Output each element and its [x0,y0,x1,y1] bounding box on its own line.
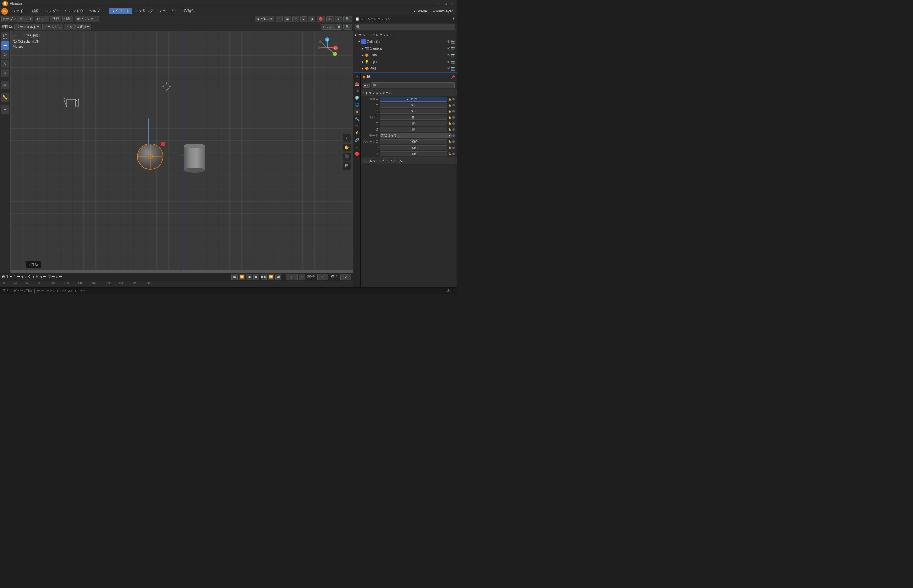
viewport-canvas[interactable]: ライト・平行投影 (1) Collection | 球 Meters [10,31,353,273]
prop-particles[interactable]: ✳ [354,123,360,129]
outliner-search-input[interactable] [361,26,406,29]
camera-visibility[interactable]: 👁 [447,47,451,50]
rot-y-lock[interactable]: 🔒 [448,122,452,125]
mode-dropdown[interactable]: XYZ オイラ... ▾ [380,133,452,138]
tool-rotate[interactable]: ↻ [1,50,10,59]
menu-file[interactable]: ファイル [10,8,29,14]
prop-modifier[interactable]: 🔧 [354,116,360,122]
collection-visibility[interactable]: 👁 [447,40,451,44]
menu-edit[interactable]: 編集 [30,8,42,14]
select-menu[interactable]: 選択 [50,16,61,22]
workspace-uv[interactable]: UV編集 [180,8,197,14]
timeline-view-menu[interactable]: ビュー [36,274,47,279]
proportional-edit[interactable]: ◉ [284,16,291,22]
light-visibility[interactable]: 👁 [447,60,451,63]
shading-material[interactable]: ◑ [308,16,315,22]
shading-solid[interactable]: ● [301,16,307,22]
scale-z-lock[interactable]: 🔒 [448,152,452,155]
workspace-sculpt[interactable]: スカルプト [156,8,179,14]
menu-render[interactable]: レンダー [43,8,62,14]
rot-x-value[interactable]: 0° [380,115,448,120]
rot-z-lock[interactable]: 🔒 [448,128,452,131]
rot-y-value[interactable]: 0° [380,121,448,126]
scale-x-lock[interactable]: 🔒 [448,140,452,143]
cylinder-render[interactable]: 📷 [451,66,455,71]
tool-measure[interactable]: 📏 [1,93,10,102]
zoom-in-icon[interactable]: + [343,134,351,142]
delta-section-header[interactable]: ▸ デルタトランスフォーム [361,157,457,164]
pos-x-value[interactable]: -6.6169 m [380,97,448,102]
tool-scale[interactable]: ⤡ [1,60,10,68]
cube-render[interactable]: 📷 [451,53,455,57]
maximize-button[interactable]: □ [444,2,448,6]
tree-light[interactable]: ▸ 💡 Light 👁 📷 [353,58,457,65]
coordsystem-selector[interactable]: ⊕ デフォルト ▾ [14,24,41,30]
start-frame[interactable]: 1 [317,274,328,280]
prop-scene[interactable]: 🌍 [354,95,360,101]
tree-collection[interactable]: ▾ Collection 👁 📷 [353,38,457,45]
object-menu[interactable]: オブジェクト [74,16,99,22]
datablock-type[interactable]: ■ ▾ [362,83,370,87]
transform-section-header[interactable]: ▾ トランスフォーム ⋮⋮ [361,89,457,96]
scale-y-value[interactable]: 1.000 [380,145,448,150]
prop-render[interactable]: 🖨 [354,74,360,80]
menu-window[interactable]: ウィンドウ [63,8,86,14]
cylinder-visibility[interactable]: 👁 [447,66,451,70]
viewlayer-selector[interactable]: ▾ ViewLayer [431,8,455,14]
search-toggle[interactable]: 🔍 [343,16,352,22]
rot-z-value[interactable]: 0° [380,127,448,132]
prop-data[interactable]: ▽ [354,144,360,150]
btn-prev-frame[interactable]: ◀ [246,274,252,280]
camera-view-icon[interactable]: 🎥 [343,153,351,160]
scale-y-lock[interactable]: 🔒 [448,146,452,149]
pos-y-value[interactable]: 0 m [380,103,448,108]
scale-x-value[interactable]: 1.000 [380,139,448,144]
tree-camera[interactable]: ▸ 📷 Camera 👁 📷 [353,45,457,52]
prop-world[interactable]: 🌐 [354,102,360,108]
light-render[interactable]: 📷 [451,60,455,64]
box-select[interactable]: ボックス選択 ▾ [64,24,91,30]
scene-selector[interactable]: ▾ Scene [411,8,429,14]
pos-z-lock[interactable]: 🔒 [448,110,452,113]
viewport-gizmo[interactable]: X Y Z [317,37,338,58]
tree-cylinder[interactable]: ▸ 🔶 円柱 👁 📷 [353,65,457,72]
transform-selector[interactable]: ⊕ グロ... ▾ [255,16,274,22]
camera-render[interactable]: 📷 [451,47,455,50]
grid-view-icon[interactable]: ⊞ [343,162,351,170]
cube-visibility[interactable]: 👁 [447,53,451,57]
current-frame[interactable]: 1 [286,274,298,280]
view-menu[interactable]: ビュー [35,16,49,22]
workspace-layout[interactable]: レイアウト [109,8,132,14]
outliner-search[interactable]: 🔍 ⫶ [355,24,455,31]
prop-output[interactable]: 📤 [354,81,360,87]
snap-icons[interactable]: □ ○ ◎ ◷ ⊕ [321,24,342,30]
tool-annotate[interactable]: ✏ [1,81,10,89]
pos-x-lock[interactable]: 🔒 [448,98,452,101]
prop-constraints[interactable]: 🔗 [354,137,360,143]
workspace-modeling[interactable]: モデリング [133,8,156,14]
prop-viewlayer[interactable]: 🗂 [354,87,360,94]
btn-go-start[interactable]: ⏮ [231,274,238,280]
viewport-overlays[interactable]: 👁 [326,16,334,22]
outliner-filter[interactable]: ⫶ [453,17,455,21]
pos-z-value[interactable]: 0 m [380,109,448,114]
close-button[interactable]: ✕ [450,2,454,6]
transform-options[interactable]: ⋮⋮ [449,91,455,95]
tool-transform[interactable]: ⌖ [1,69,10,77]
timeline-track[interactable]: 20 40 60 80 100 120 140 160 180 200 220 … [0,281,353,287]
prop-object[interactable]: ■ [354,108,360,115]
gizmos[interactable]: ⟳ [335,16,342,22]
snap-toggle[interactable]: ⊞ [276,16,283,22]
btn-next-frame[interactable]: ▶▶ [261,274,267,280]
prop-material[interactable]: 🔴 [354,150,360,157]
pos-y-lock[interactable]: 🔒 [448,104,452,107]
btn-play[interactable]: ▶ [253,274,259,280]
viewport-scrollbar[interactable] [10,270,353,273]
rot-x-lock[interactable]: 🔒 [448,116,452,119]
prop-physics[interactable]: ⚡ [354,129,360,136]
collection-render[interactable]: 📷 [451,40,455,44]
scale-z-value[interactable]: 1.000 [380,152,448,156]
shading-wire[interactable]: ◻ [292,16,299,22]
tool-select[interactable] [1,32,10,41]
add-menu[interactable]: 追加 [62,16,73,22]
